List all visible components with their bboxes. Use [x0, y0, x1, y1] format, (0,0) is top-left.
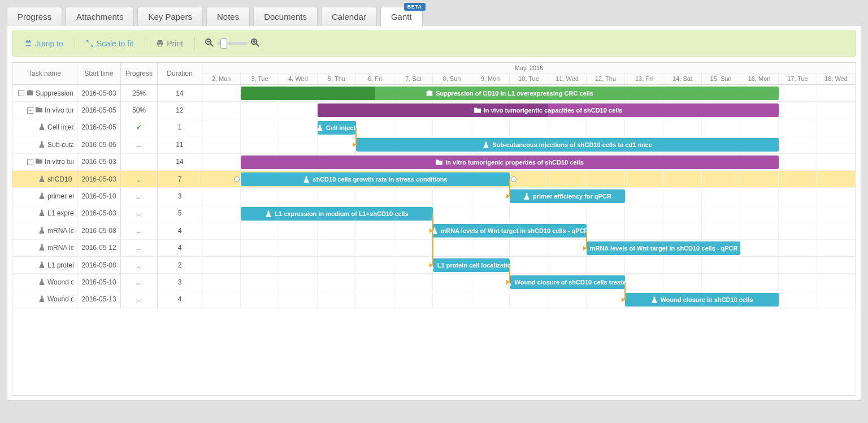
progress-cell: 25%	[121, 85, 158, 101]
day-header: 2, Mon	[202, 74, 241, 84]
task-name-cell[interactable]: −In vitro tumorigenic properties of shCD…	[12, 154, 77, 170]
gantt-bar[interactable]: Sub-cutaneous injections of shCD10 cells…	[356, 138, 779, 152]
duration-cell: 14	[158, 85, 202, 101]
gantt-bar[interactable]: Suppression of CD10 in L1 overexpressing…	[241, 87, 779, 100]
duration-cell: 2	[158, 257, 202, 273]
duration-cell: 11	[158, 136, 202, 153]
task-name-cell[interactable]: primer efficiency for qPCR	[12, 188, 77, 204]
zoom-out-icon[interactable]	[205, 38, 214, 49]
resize-handle-right[interactable]	[511, 176, 517, 182]
tab-progress[interactable]: Progress	[7, 7, 62, 26]
timeline-cell: Cell injecti	[202, 119, 856, 136]
start-cell: 2016-05-03	[77, 85, 121, 101]
zoom-slider[interactable]	[217, 42, 248, 45]
timeline-cell: Wound closure in shCD10 cells	[202, 291, 856, 308]
scale-to-fit-button[interactable]: Scale to fit	[82, 37, 138, 50]
task-name-cell[interactable]: Wound closure in shCD10 cells	[12, 291, 77, 308]
progress-cell: ...	[121, 291, 158, 308]
task-row: L1 expression in medium of L1+shCD10 cel…	[12, 205, 856, 222]
day-header: 6, Fri	[356, 74, 394, 84]
gantt-bar[interactable]: Cell injecti	[318, 121, 356, 135]
gantt-bar[interactable]: shCD10 cells growth rate in stress condi…	[241, 172, 510, 186]
gantt-bar[interactable]: mRNA levels of Wnt target in shCD10 cell…	[587, 241, 740, 255]
task-name-text: primer efficiency for qPCR	[47, 192, 73, 200]
task-name-cell[interactable]: mRNA levels of Wnt target in shCD10 cell…	[12, 222, 77, 239]
resize-handle-left[interactable]	[234, 176, 240, 182]
task-name-cell[interactable]: −Suppression of CD10 in L1 overexpressin…	[12, 85, 77, 101]
bar-label: Sub-cutaneous injections of shCD10 cells…	[483, 141, 652, 148]
expand-icon	[86, 40, 93, 47]
task-name-cell[interactable]: L1 expression in medium of L1+shCD10 cel…	[12, 205, 77, 222]
gantt-bar[interactable]: In vivo tumorigentic capacities of shCD1…	[318, 103, 779, 117]
gantt-bar[interactable]: L1 protein cell localization	[433, 258, 510, 272]
task-row: Wound closure in shCD10 cells2016-05-13.…	[12, 291, 856, 308]
task-name-cell[interactable]: mRNA levels of Wnt target in shCD10 cell…	[12, 240, 77, 256]
collapse-toggle[interactable]: −	[27, 159, 33, 165]
timeline-cell: Suppression of CD10 in L1 overexpressing…	[202, 85, 856, 101]
day-header: 13, Fri	[625, 74, 663, 84]
task-name-text: Suppression of CD10 in L1 overexpressing…	[36, 89, 73, 97]
task-name-text: Wound closure in shCD10 cells	[47, 295, 73, 303]
tab-documents[interactable]: Documents	[253, 7, 318, 26]
task-name-cell[interactable]: Cell injections	[12, 119, 77, 136]
day-header: 14, Sat	[663, 74, 702, 84]
task-row: −In vivo tumorigentic capacities of shCD…	[12, 102, 856, 119]
tab-calendar[interactable]: Calendar	[321, 7, 377, 26]
flask-icon	[38, 227, 45, 235]
task-name-text: In vitro tumorigenic properties of shCD1…	[45, 158, 73, 166]
tab-notes[interactable]: Notes	[206, 7, 250, 26]
col-duration: Duration	[158, 63, 202, 84]
task-name-text: mRNA levels of Wnt target in shCD10 cell…	[47, 244, 73, 252]
task-name-cell[interactable]: shCD10 cells growth rate in stress condi…	[12, 171, 77, 187]
zoom-in-icon[interactable]	[251, 38, 259, 49]
tab-gantt[interactable]: GanttBETA	[380, 7, 423, 27]
jump-to-button[interactable]: Jump to	[20, 37, 68, 50]
flask-icon	[38, 244, 45, 252]
task-name-cell[interactable]: L1 protein cell localization	[12, 257, 77, 273]
day-header: 10, Tue	[510, 74, 548, 84]
duration-cell: 5	[158, 205, 202, 222]
task-row: mRNA levels of Wnt target in shCD10 cell…	[12, 240, 856, 257]
gantt-bar[interactable]: In vitro tumorigenic properties of shCD1…	[241, 156, 779, 169]
gantt-bar[interactable]: Wound closure of shCD10 cells treated	[510, 275, 625, 289]
start-cell: 2016-05-13	[77, 291, 121, 308]
day-header: 5, Thu	[318, 74, 356, 84]
task-name-cell[interactable]: Sub-cutaneous injections of shCD10 cells…	[12, 136, 77, 153]
bar-label: Suppression of CD10 in L1 overexpressing…	[426, 90, 593, 97]
duration-cell: 1	[158, 119, 202, 136]
task-row: Sub-cutaneous injections of shCD10 cells…	[12, 136, 856, 153]
duration-cell: 4	[158, 291, 202, 308]
timeline-cell: L1 protein cell localization	[202, 257, 856, 273]
task-name-cell[interactable]: −In vivo tumorigentic capacities of shCD…	[12, 102, 77, 118]
folder-icon	[36, 158, 42, 166]
gantt-bar[interactable]: mRNA levels of Wnt target in shCD10 cell…	[433, 224, 587, 238]
collapse-toggle[interactable]: −	[18, 90, 24, 96]
collapse-toggle[interactable]: −	[27, 107, 33, 114]
progress-cell: ...	[121, 222, 158, 239]
duration-cell: 3	[158, 274, 202, 290]
start-cell: 2016-05-06	[77, 136, 121, 153]
timeline-cell: primer efficiency for qPCR	[202, 188, 856, 204]
day-header: 18, Wed	[817, 74, 856, 84]
day-header: 4, Wed	[279, 74, 318, 84]
col-start: Start time	[77, 63, 121, 84]
duration-cell: 14	[158, 154, 202, 170]
timeline-cell: L1 expression in medium of L1+shCD10 cel…	[202, 205, 856, 222]
task-name-cell[interactable]: Wound closure of shCD10 cells treated	[12, 274, 77, 290]
tab-key-papers[interactable]: Key Papers	[137, 7, 203, 26]
start-cell: 2016-05-05	[77, 119, 121, 136]
gantt-bar[interactable]: primer efficiency for qPCR	[510, 189, 625, 203]
beta-badge: BETA	[404, 3, 426, 11]
task-row: mRNA levels of Wnt target in shCD10 cell…	[12, 222, 856, 239]
slider-thumb[interactable]	[220, 38, 227, 49]
gantt-bar[interactable]: Wound closure in shCD10 cells	[625, 293, 779, 307]
day-header: 15, Sun	[702, 74, 740, 84]
day-header: 17, Tue	[779, 74, 817, 84]
gantt-bar[interactable]: L1 expression in medium of L1+shCD10 cel…	[241, 207, 433, 221]
separator	[194, 37, 195, 50]
svg-line-1	[210, 44, 213, 46]
start-cell: 2016-05-12	[77, 240, 121, 256]
print-button[interactable]: Print	[152, 37, 188, 50]
tab-attachments[interactable]: Attachments	[66, 7, 134, 26]
day-header: 12, Thu	[587, 74, 625, 84]
